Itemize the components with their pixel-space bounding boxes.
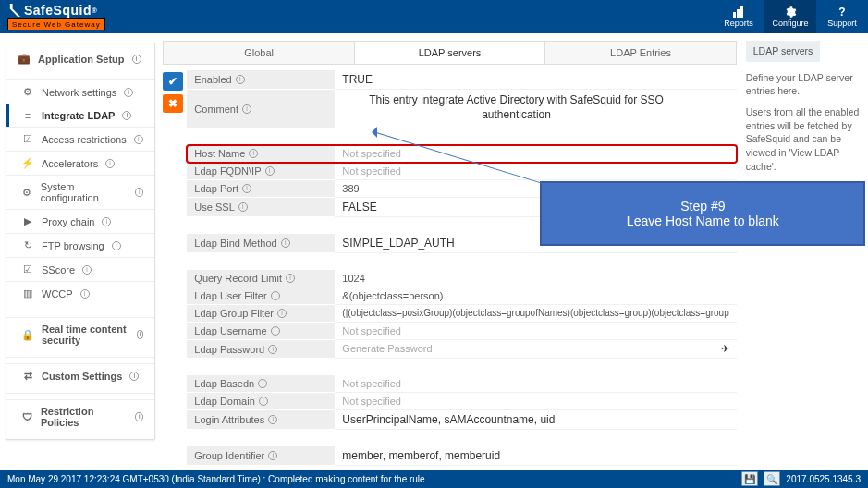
grid-icon: ▥ — [21, 287, 34, 299]
row-ldap-group-filter[interactable]: Ldap Group Filteri(|(objectclass=posixGr… — [187, 305, 736, 323]
sidebar-item-integrate-ldap[interactable]: ≡Integrate LDAPi — [6, 104, 154, 127]
tab-ldap-servers[interactable]: LDAP servers — [355, 42, 545, 64]
info-icon: i — [135, 188, 143, 197]
info-icon: i — [238, 202, 248, 212]
value-ldap-username: Not specified — [335, 323, 736, 340]
sidebar-item-sscore[interactable]: ☑SScorei — [6, 257, 154, 281]
sidebar-item-label: Integrate LDAP — [42, 110, 115, 121]
sidebar-item-accelerators[interactable]: ⚡Acceleratorsi — [6, 151, 154, 175]
sidebar-item-access-restrictions[interactable]: ☑Access restrictionsi — [6, 127, 154, 151]
bar-chart-icon — [732, 6, 745, 18]
logo: SafeSquid ® Secure Web Gateway — [7, 3, 105, 30]
value-comment: This entry integrate Active Directory wi… — [335, 90, 736, 128]
info-icon: i — [268, 451, 277, 460]
sidebar-heading[interactable]: 💼 Application Setup i — [6, 43, 154, 74]
label-ldap-user-filter: Ldap User Filter — [194, 290, 266, 301]
sidebar-item-label: Access restrictions — [42, 134, 127, 145]
brand-tagline: Secure Web Gateway — [7, 18, 105, 30]
body: 💼 Application Setup i ⚙Network settingsi… — [0, 33, 868, 470]
value-ldap-group-filter: (|(objectclass=posixGroup)(objectclass=g… — [335, 305, 736, 323]
sidebar-item-label: Custom Settings — [42, 371, 122, 382]
footer-status: Mon May 29 2017 12:23:24 GMT+0530 (India… — [7, 474, 425, 484]
label-query-record-limit: Query Record Limit — [194, 273, 282, 284]
reports-button[interactable]: Reports — [713, 0, 764, 33]
tab-ldap-entries[interactable]: LDAP Entries — [545, 42, 735, 64]
info-icon: i — [134, 135, 143, 144]
gear-icon: ⚙ — [21, 86, 34, 98]
list-icon: ≡ — [21, 110, 34, 121]
label-use-ssl: Use SSL — [194, 201, 234, 213]
action-column: ✔ ✖ — [163, 70, 187, 466]
row-ldap-basedn[interactable]: Ldap BasedniNot specified — [187, 375, 736, 393]
info-icon: i — [102, 217, 111, 226]
row-comment[interactable]: CommentiThis entry integrate Active Dire… — [187, 90, 736, 128]
bolt-icon: ⚡ — [21, 157, 34, 169]
row-group-identifier[interactable]: Group Identifierimember, memberof, membe… — [187, 446, 736, 466]
form-rows: EnablediTRUE CommentiThis entry integrat… — [187, 70, 736, 466]
cancel-button[interactable]: ✖ — [163, 94, 183, 113]
info-icon: i — [80, 289, 90, 299]
help-text-1: Define your LDAP server entries here. — [746, 71, 862, 98]
sidebar-item-system-configuration[interactable]: ⚙System configurationi — [6, 175, 154, 209]
sidebar-item-restriction-policies[interactable]: 🛡Restriction Policiesi — [6, 399, 154, 433]
value-enabled: TRUE — [335, 70, 736, 90]
topbar-actions: Reports Configure ? Support — [713, 0, 868, 33]
footer-version: 2017.0525.1345.3 — [786, 474, 861, 484]
info-icon: i — [124, 88, 133, 97]
play-icon: ▶ — [21, 215, 34, 227]
info-icon: i — [122, 111, 131, 120]
info-icon: i — [242, 104, 251, 114]
value-ldap-domain: Not specified — [335, 393, 736, 410]
row-query-record-limit[interactable]: Query Record Limiti1024 — [187, 270, 736, 287]
row-ldap-domain[interactable]: Ldap DomainiNot specified — [187, 393, 736, 410]
info-icon: i — [259, 396, 268, 406]
sidebar-item-proxy-chain[interactable]: ▶Proxy chaini — [6, 209, 154, 233]
support-button[interactable]: ? Support — [816, 0, 868, 33]
row-enabled[interactable]: EnablediTRUE — [187, 70, 736, 90]
callout-text: Leave Host Name to blank — [627, 214, 779, 228]
sidebar-item-ftp-browsing[interactable]: ↻FTP browsingi — [6, 233, 154, 257]
sidebar-item-label: Proxy chain — [42, 216, 94, 227]
configure-button[interactable]: Configure — [764, 0, 816, 33]
row-host-name[interactable]: Host NameiNot specified — [187, 145, 736, 163]
sidebar-item-network-settings[interactable]: ⚙Network settingsi — [6, 79, 154, 104]
info-icon: i — [132, 55, 141, 64]
info-icon: i — [137, 330, 144, 339]
info-icon: i — [265, 166, 275, 176]
label-ldap-basedn: Ldap Basedn — [194, 378, 254, 389]
sidebar-item-label: Network settings — [42, 87, 116, 98]
lock-icon: 🔒 — [21, 329, 34, 341]
row-ldap-username[interactable]: Ldap UsernameiNot specified — [187, 323, 736, 340]
confirm-button[interactable]: ✔ — [163, 72, 183, 91]
sidebar-item-realtime-content-security[interactable]: 🔒Real time content securityi — [6, 317, 154, 351]
label-comment: Comment — [194, 104, 238, 115]
info-icon: i — [112, 241, 121, 250]
info-icon: i — [277, 309, 287, 318]
value-login-attributes: UserPrincipalName, sAMAccountname, uid — [335, 410, 736, 430]
check-icon: ☑ — [21, 133, 34, 145]
wrench-icon — [7, 4, 20, 17]
sliders-icon: ⇄ — [21, 370, 34, 382]
info-icon: i — [242, 184, 251, 193]
send-icon[interactable]: ✈ — [721, 343, 729, 355]
logo-text: SafeSquid ® — [7, 3, 105, 18]
row-ldap-password[interactable]: Ldap PasswordiGenerate Password✈ — [187, 340, 736, 359]
info-icon: i — [105, 159, 115, 168]
ldap-servers-button[interactable]: LDAP servers — [746, 41, 821, 62]
value-query-record-limit: 1024 — [335, 270, 736, 287]
row-ldap-fqdn-ip[interactable]: Ldap FQDN\IPiNot specified — [187, 163, 736, 180]
sidebar-item-custom-settings[interactable]: ⇄Custom Settingsi — [6, 363, 154, 387]
label-ldap-domain: Ldap Domain — [194, 396, 254, 407]
sidebar: 💼 Application Setup i ⚙Network settingsi… — [0, 33, 161, 470]
save-button[interactable]: 💾 — [741, 471, 758, 486]
row-ldap-user-filter[interactable]: Ldap User Filteri&(objectclass=person) — [187, 287, 736, 305]
label-enabled: Enabled — [194, 74, 231, 85]
label-ldap-username: Ldap Username — [194, 325, 266, 336]
sidebar-heading-label: Application Setup — [38, 54, 125, 65]
search-button[interactable]: 🔍 — [764, 471, 780, 486]
sidebar-card: 💼 Application Setup i ⚙Network settingsi… — [6, 43, 155, 440]
sidebar-item-wccp[interactable]: ▥WCCPi — [6, 281, 154, 305]
row-login-attributes[interactable]: Login AttributesiUserPrincipalName, sAMA… — [187, 410, 736, 430]
sidebar-item-label: Restriction Policies — [41, 406, 128, 428]
tab-global[interactable]: Global — [164, 42, 354, 64]
